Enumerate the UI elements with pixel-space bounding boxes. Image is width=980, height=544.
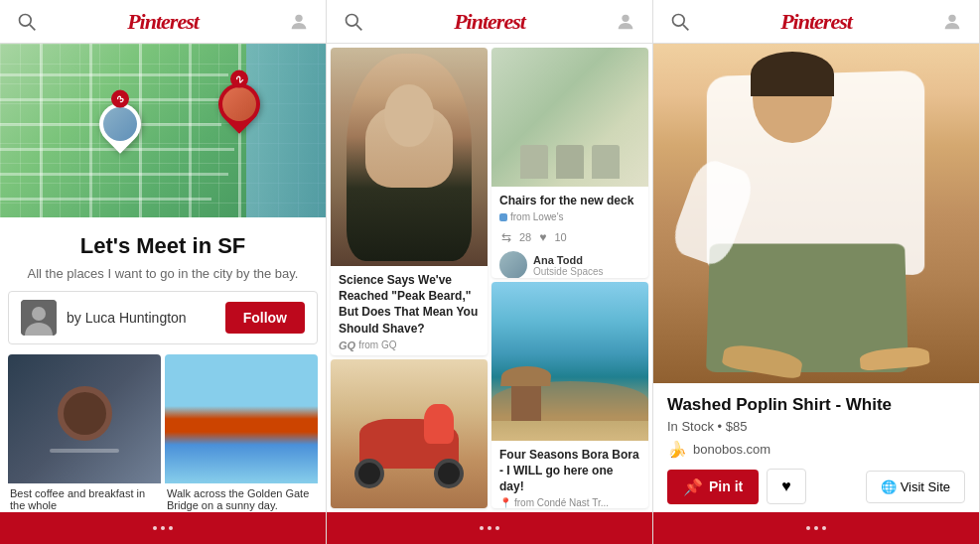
card-scooter[interactable] bbox=[331, 359, 488, 508]
image-coffee[interactable]: Best coffee and breakfast in the whole bbox=[8, 354, 161, 512]
ana-name: Ana Todd bbox=[533, 254, 604, 266]
pin-icon: 📌 bbox=[683, 477, 703, 496]
card-chairs-title: Chairs for the new deck bbox=[499, 193, 640, 208]
card-beard-source-text: from GQ bbox=[358, 340, 396, 350]
story-subtitle: All the places I want to go in the city … bbox=[16, 265, 310, 283]
card-beard-text: Science Says We've Reached "Peak Beard,"… bbox=[331, 266, 488, 355]
card-bora-source: 📍 from Condé Nast Tr... bbox=[499, 497, 640, 508]
svg-point-5 bbox=[347, 14, 358, 26]
product-availability: In Stock bbox=[667, 419, 714, 434]
card-beard-title: Science Says We've Reached "Peak Beard,"… bbox=[339, 272, 480, 337]
dots-1 bbox=[153, 526, 173, 530]
repin-icon: ⇆ bbox=[501, 230, 511, 244]
dot bbox=[169, 526, 173, 530]
dot bbox=[822, 526, 826, 530]
card-bora-text: Four Seasons Bora Bora - I WILL go here … bbox=[491, 441, 648, 508]
bottom-bar-2 bbox=[327, 512, 652, 544]
panel-3: Pinterest Washed bbox=[653, 0, 980, 544]
pinterest-logo-3: Pinterest bbox=[780, 9, 852, 35]
stats-row: ⇆ 28 ♥ 10 bbox=[491, 228, 648, 246]
dot bbox=[161, 526, 165, 530]
svg-line-1 bbox=[30, 24, 35, 29]
card-bora-title: Four Seasons Bora Bora - I WILL go here … bbox=[499, 447, 640, 495]
svg-line-9 bbox=[683, 24, 688, 29]
panel1-content: 3 2 Let's Meet in SF All the places I wa… bbox=[0, 44, 326, 512]
svg-point-8 bbox=[673, 14, 685, 26]
gq-logo: GQ bbox=[339, 340, 355, 351]
col-right: Chairs for the new deck from Lowe's ⇆ 28… bbox=[491, 48, 648, 508]
svg-point-2 bbox=[295, 14, 302, 21]
visit-label: Visit Site bbox=[901, 479, 950, 494]
card-beard[interactable]: Science Says We've Reached "Peak Beard,"… bbox=[331, 48, 488, 355]
header-1: Pinterest bbox=[0, 0, 326, 44]
author-avatar bbox=[21, 300, 57, 336]
card-chairs[interactable]: Chairs for the new deck from Lowe's ⇆ 28… bbox=[491, 48, 648, 278]
product-source-name: bonobos.com bbox=[693, 442, 770, 457]
col-left: Science Says We've Reached "Peak Beard,"… bbox=[331, 48, 488, 508]
pin-it-label: Pin it bbox=[709, 478, 743, 494]
card-chairs-user: Ana Todd Outside Spaces bbox=[491, 246, 648, 278]
panel1-images: Best coffee and breakfast in the whole W… bbox=[0, 354, 326, 512]
map-area: 3 2 bbox=[0, 44, 326, 217]
story-title: Let's Meet in SF bbox=[16, 233, 310, 259]
search-icon-1[interactable] bbox=[16, 11, 38, 33]
profile-icon-1[interactable] bbox=[288, 11, 310, 33]
dot bbox=[480, 526, 484, 530]
image-coffee-caption: Best coffee and breakfast in the whole bbox=[8, 483, 161, 512]
dot bbox=[814, 526, 818, 530]
bottom-bar-1 bbox=[0, 512, 326, 544]
product-source: 🍌 bonobos.com bbox=[667, 440, 965, 459]
card-bora-source-text: from Condé Nast Tr... bbox=[514, 497, 609, 508]
card-bora[interactable]: Four Seasons Bora Bora - I WILL go here … bbox=[491, 282, 648, 508]
pinterest-logo-2: Pinterest bbox=[454, 9, 525, 35]
profile-icon-3[interactable] bbox=[941, 11, 963, 33]
author-name: by Luca Huntington bbox=[67, 310, 225, 326]
search-icon-2[interactable] bbox=[343, 11, 364, 33]
bottom-bar-3 bbox=[653, 512, 979, 544]
card-chairs-text: Chairs for the new deck from Lowe's bbox=[491, 187, 648, 228]
like-count: 10 bbox=[554, 231, 566, 243]
follow-button[interactable]: Follow bbox=[225, 302, 305, 334]
heart-icon: ♥ bbox=[539, 230, 546, 244]
dots-3 bbox=[806, 526, 826, 530]
panel3-content: Washed Poplin Shirt - White In Stock • $… bbox=[653, 44, 979, 512]
svg-point-4 bbox=[32, 307, 46, 321]
dots-2 bbox=[480, 526, 499, 530]
panel2-two-col: Science Says We've Reached "Peak Beard,"… bbox=[327, 44, 652, 512]
ana-board: Outside Spaces bbox=[533, 266, 604, 277]
profile-icon-2[interactable] bbox=[615, 11, 636, 33]
card-chairs-source: from Lowe's bbox=[499, 211, 640, 222]
product-price: $85 bbox=[726, 419, 748, 434]
card-beard-source: GQ from GQ bbox=[339, 340, 480, 351]
map-pin-1[interactable]: 3 bbox=[99, 103, 141, 151]
dot bbox=[806, 526, 810, 530]
panel1-text: Let's Meet in SF All the places I want t… bbox=[0, 217, 326, 291]
card-chairs-source-text: from Lowe's bbox=[510, 211, 564, 222]
ana-avatar bbox=[499, 251, 527, 278]
svg-point-7 bbox=[622, 14, 629, 21]
visit-site-button[interactable]: 🌐 Visit Site bbox=[866, 471, 965, 503]
pin-it-button[interactable]: 📌 Pin it bbox=[667, 470, 759, 504]
search-icon-3[interactable] bbox=[669, 11, 691, 33]
svg-point-10 bbox=[948, 14, 955, 21]
product-meta: In Stock • $85 bbox=[667, 419, 965, 434]
product-actions: 📌 Pin it ♥ 🌐 Visit Site bbox=[667, 469, 965, 504]
header-3: Pinterest bbox=[653, 0, 979, 44]
panel-2: Pinterest Science Says We've Reached "Pe… bbox=[327, 0, 653, 544]
svg-point-0 bbox=[20, 14, 32, 26]
product-title: Washed Poplin Shirt - White bbox=[667, 395, 965, 415]
author-row: by Luca Huntington Follow bbox=[8, 291, 318, 344]
map-pin-2[interactable]: 2 bbox=[218, 83, 260, 131]
svg-line-6 bbox=[356, 24, 361, 29]
repin-count: 28 bbox=[519, 231, 531, 243]
image-bridge[interactable]: Walk across the Golden Gate Bridge on a … bbox=[165, 354, 318, 512]
fashion-image bbox=[653, 44, 979, 383]
product-separator: • bbox=[718, 419, 726, 434]
dot bbox=[495, 526, 499, 530]
header-2: Pinterest bbox=[327, 0, 652, 44]
dot bbox=[488, 526, 491, 530]
globe-icon: 🌐 bbox=[881, 479, 897, 494]
image-bridge-caption: Walk across the Golden Gate Bridge on a … bbox=[165, 483, 318, 512]
panel-1: Pinterest 3 bbox=[0, 0, 327, 544]
heart-button[interactable]: ♥ bbox=[767, 469, 806, 504]
